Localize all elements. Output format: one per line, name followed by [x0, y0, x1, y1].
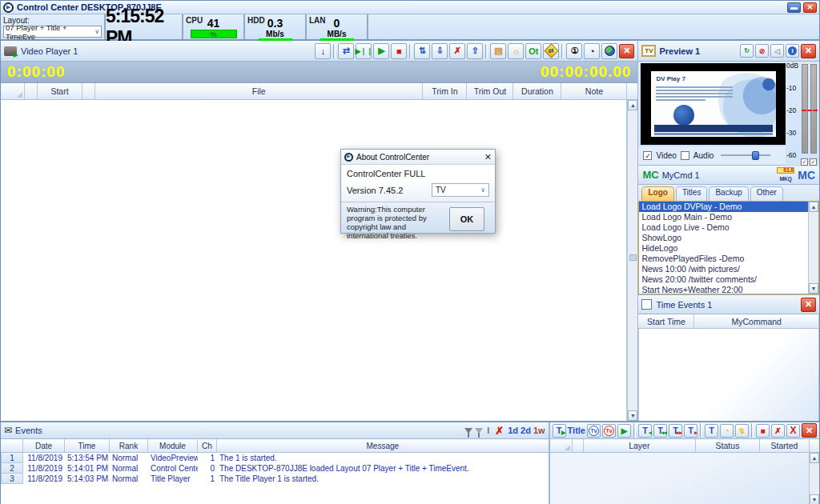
alarm-icon[interactable]: ☼ — [508, 43, 524, 59]
scroll-up-icon[interactable]: ▲ — [810, 453, 819, 463]
mycmd-scrollbar[interactable]: ▲ ▼ — [808, 202, 818, 294]
list-item[interactable]: News 10:00 /with pictures/ — [639, 264, 808, 274]
list-item[interactable]: Load Logo Live - Demo — [639, 222, 808, 233]
range-2d[interactable]: 2d — [521, 426, 531, 435]
move-down-icon[interactable]: ↓ — [315, 43, 331, 59]
column-ch[interactable]: Ch — [198, 439, 217, 452]
export-folder-icon[interactable]: ▤ — [490, 43, 506, 59]
timer-icon[interactable]: ◔ — [720, 424, 734, 438]
stop-icon[interactable]: ■ — [391, 43, 407, 59]
delete-all-icon[interactable]: X — [786, 424, 800, 438]
column-status[interactable]: Status — [696, 439, 760, 452]
column-note[interactable]: Note — [561, 83, 627, 99]
table-row[interactable]: 2 11/8/2019 5:14:01 PM Normal Control Ce… — [1, 463, 549, 474]
channel-select[interactable]: TV ∨ — [432, 183, 489, 197]
column-trim-in[interactable]: Trim In — [423, 83, 467, 99]
navigate-icon[interactable]: ⇄ — [543, 43, 559, 59]
range-1d[interactable]: 1d — [508, 426, 518, 435]
tab-titles[interactable]: Titles — [676, 186, 708, 201]
clear-events-icon[interactable]: ✗ — [493, 425, 505, 437]
tab-backup[interactable]: Backup — [709, 186, 748, 201]
table-row[interactable]: 3 11/8/2019 5:14:03 PM Normal Title Play… — [1, 474, 549, 484]
scroll-up-icon[interactable]: ▲ — [628, 100, 637, 110]
scroll-down-icon[interactable]: ▼ — [628, 410, 637, 421]
slider-thumb[interactable] — [752, 151, 759, 160]
tab-other[interactable]: Other — [750, 186, 783, 201]
column-time[interactable]: Time — [65, 439, 110, 452]
delete-icon[interactable]: ✗ — [771, 424, 785, 438]
volume-slider[interactable] — [721, 151, 770, 161]
meter-left-checkbox[interactable]: ✓ — [801, 158, 808, 166]
play-pause-icon[interactable]: ▶❘❘ — [356, 43, 372, 59]
title-clock-icon[interactable]: T◔ — [705, 424, 718, 438]
minimize-button[interactable]: ▬ — [787, 2, 801, 13]
scroll-thumb[interactable] — [629, 254, 637, 261]
list-item[interactable]: Load Logo Main - Demo — [639, 212, 808, 222]
preview-close-icon[interactable]: ✕ — [801, 44, 816, 58]
speaker-icon[interactable]: ◁ — [770, 44, 784, 58]
scroll-up-icon[interactable]: ▲ — [809, 202, 818, 212]
meter-right-checkbox[interactable]: ✓ — [810, 158, 817, 166]
filter-icon[interactable] — [464, 428, 472, 434]
title-empty-area[interactable] — [550, 453, 809, 504]
about-close-icon[interactable]: ✕ — [484, 152, 492, 162]
video-checkbox[interactable]: ✓ — [643, 151, 652, 160]
refresh-icon[interactable]: ↻ — [740, 44, 754, 58]
layer-add-all-icon[interactable]: T◂◂ — [653, 424, 667, 438]
list-item[interactable]: News 20:00 /twitter comments/ — [639, 274, 808, 285]
column-started[interactable]: Started — [760, 439, 810, 452]
stop-icon[interactable]: ■ — [756, 424, 770, 438]
info-icon[interactable]: i — [786, 44, 799, 58]
close-button[interactable]: ✕ — [803, 2, 817, 13]
title-play-icon[interactable]: T▶ — [553, 424, 566, 438]
scroll-down-icon[interactable]: ▼ — [809, 283, 818, 294]
column-module[interactable]: Module — [148, 439, 198, 452]
column-start[interactable]: Start — [38, 83, 82, 99]
delete-icon[interactable]: ✗ — [449, 43, 465, 59]
layer-remove-icon[interactable]: T▸ — [684, 424, 697, 438]
playlist-corner-cell[interactable] — [1, 83, 25, 99]
column-duration[interactable]: Duration — [513, 83, 561, 99]
list-item[interactable]: ShowLogo — [639, 233, 808, 243]
title-scrollbar[interactable]: ▲ ▼ — [809, 453, 819, 504]
table-row[interactable]: 1 11/8/2019 5:13:54 PM Normal VideoPrevi… — [1, 453, 549, 463]
layer-remove-all-icon[interactable]: T▸▸ — [669, 424, 682, 438]
list-item[interactable]: Load Logo DVPlay - Demo — [639, 202, 808, 212]
video-preview[interactable]: DV Play 7 — [641, 63, 786, 145]
ot-icon[interactable]: Ot — [525, 43, 541, 59]
mute-icon[interactable]: ⊘ — [755, 44, 769, 58]
column-rank[interactable]: Rank — [110, 439, 148, 452]
time-events-close-icon[interactable]: ✕ — [801, 298, 816, 312]
send-up-icon[interactable]: ⇧ — [467, 43, 483, 59]
cursor-icon[interactable]: I — [485, 426, 491, 435]
video-player-close-icon[interactable]: ✕ — [619, 44, 634, 58]
range-1w[interactable]: 1w — [533, 426, 545, 435]
ok-button[interactable]: OK — [449, 207, 484, 231]
time-events-body[interactable] — [638, 329, 819, 421]
column-file[interactable]: File — [95, 83, 423, 99]
list-item[interactable]: HideLogo — [639, 243, 808, 254]
layout-select[interactable]: 07 Player + Title + TimeEve ∨ — [3, 26, 102, 38]
filter-settings-icon[interactable] — [475, 428, 483, 434]
one-icon[interactable]: ① — [566, 43, 582, 59]
column-start-time[interactable]: Start Time — [638, 314, 694, 328]
flash-icon[interactable]: ↯ — [735, 424, 749, 438]
world-icon[interactable] — [601, 43, 617, 59]
title-corner-cell[interactable] — [550, 439, 573, 452]
playlist-body[interactable] — [1, 100, 627, 421]
transfer-icon[interactable]: ⇄ — [338, 43, 354, 59]
play-icon[interactable]: ▶ — [373, 43, 389, 59]
layer-add-icon[interactable]: T◂ — [638, 424, 652, 438]
tu-red-icon[interactable]: Tv — [602, 424, 616, 438]
clock-icon[interactable]: ◔ — [584, 43, 600, 59]
column-layer[interactable]: Layer — [584, 439, 696, 452]
column-date[interactable]: Date — [23, 439, 65, 452]
send-down-icon[interactable]: ⇩ — [432, 43, 448, 59]
list-item[interactable]: RemovePlayedFiles -Demo — [639, 254, 808, 264]
column-message[interactable]: Message — [217, 439, 549, 452]
audio-checkbox[interactable] — [681, 151, 689, 160]
list-item[interactable]: Start News+Weather 22:00 — [639, 285, 808, 294]
column-mycommand[interactable]: MyCommand — [694, 314, 819, 328]
title-close-icon[interactable]: ✕ — [802, 423, 817, 438]
playlist-scrollbar[interactable]: ▲ ▼ — [627, 100, 637, 421]
